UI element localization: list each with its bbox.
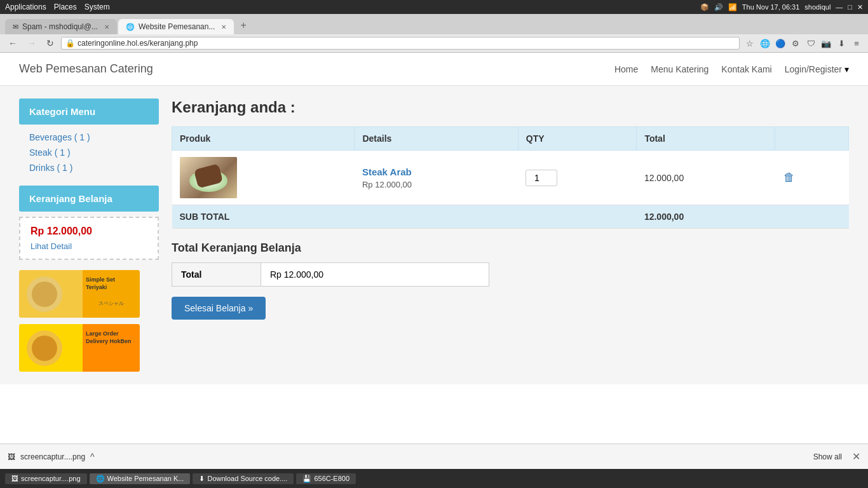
table-row: Steak Arab Rp 12.000,00 12.000,00 🗑 xyxy=(172,151,849,205)
tab-website-close[interactable]: ✕ xyxy=(221,24,226,30)
product-image xyxy=(180,157,237,198)
cart-table: Produk Details QTY Total xyxy=(172,126,849,229)
nav-kontak[interactable]: Kontak Kami xyxy=(721,64,771,74)
cart-summary: Total Keranjang Belanja Total Rp 12.000,… xyxy=(172,241,849,320)
svg-text:Simple Set: Simple Set xyxy=(86,276,115,283)
dropbox-icon: 📦 xyxy=(700,3,709,11)
toolbar-icons: ☆ 🌐 🔵 ⚙ 🛡 📷 ⬇ ≡ xyxy=(743,37,863,50)
network-icon: 📶 xyxy=(728,3,737,11)
sidebar-kategori-title: Kategori Menu xyxy=(19,98,159,125)
download-bar: 🖼 screencaptur....png ^ Show all ✕ xyxy=(0,444,868,469)
subtotal-empty xyxy=(518,205,637,229)
reload-button[interactable]: ↻ xyxy=(43,37,57,50)
site-nav: Home Menu Katering Kontak Kami Login/Reg… xyxy=(614,64,849,74)
col-action xyxy=(775,127,848,151)
tab-gmail[interactable]: ✉ Spam - mshodiqul@... ✕ xyxy=(5,19,117,34)
window-maximize[interactable]: □ xyxy=(848,3,852,11)
delete-button[interactable]: 🗑 xyxy=(782,170,796,186)
ext6-icon[interactable]: ⬇ xyxy=(835,37,848,50)
product-name-link[interactable]: Steak Arab xyxy=(362,166,412,177)
ad-teriyaki: Simple Set Teriyaki スペシャル xyxy=(19,270,140,318)
os-topbar-left: Applications Places System xyxy=(5,3,110,11)
menu-icon[interactable]: ≡ xyxy=(850,37,863,50)
download-arrow-icon[interactable]: ^ xyxy=(90,452,95,462)
product-total: 12.000,00 xyxy=(644,173,684,183)
subtotal-row: SUB TOTAL 12.000,00 xyxy=(172,205,849,229)
product-image-cell xyxy=(172,151,355,205)
cart-detail-link[interactable]: Lihat Detail xyxy=(31,241,72,251)
col-qty: QTY xyxy=(518,127,637,151)
summary-title: Total Keranjang Belanja xyxy=(172,241,849,255)
website-icon: 🌐 xyxy=(126,23,135,31)
ext3-icon[interactable]: ⚙ xyxy=(789,37,802,50)
summary-row: Total Rp 12.000,00 xyxy=(172,263,489,287)
sidebar-link-beverages[interactable]: Beverages ( 1 ) xyxy=(19,130,159,145)
ext4-icon[interactable]: 🛡 xyxy=(804,37,817,50)
ext2-icon[interactable]: 🔵 xyxy=(774,37,787,50)
download-filename: screencaptur....png xyxy=(20,452,85,461)
ext5-icon[interactable]: 📷 xyxy=(820,37,832,50)
sidebar-ads: Simple Set Teriyaki スペシャル Large Order De… xyxy=(19,270,159,372)
window-minimize[interactable]: — xyxy=(836,3,843,11)
product-total-cell: 12.000,00 xyxy=(637,151,775,205)
volume-icon: 🔊 xyxy=(714,3,723,11)
sidebar-cart-box: Rp 12.000,00 Lihat Detail xyxy=(19,217,159,260)
svg-text:スペシャル: スペシャル xyxy=(98,301,124,306)
summary-table: Total Rp 12.000,00 xyxy=(172,262,489,287)
svg-point-5 xyxy=(32,281,57,307)
username: shodiqul xyxy=(804,3,831,11)
sidebar-link-steak[interactable]: Steak ( 1 ) xyxy=(19,145,159,160)
nav-login-dropdown[interactable]: Login/Register ▾ xyxy=(785,64,849,74)
tab-gmail-close[interactable]: ✕ xyxy=(104,24,109,30)
os-places[interactable]: Places xyxy=(54,3,77,11)
summary-total-value: Rp 12.000,00 xyxy=(261,263,489,287)
os-applications[interactable]: Applications xyxy=(5,3,46,11)
address-bar[interactable]: 🔒 cateringonline.hol.es/keranjang.php xyxy=(61,37,740,50)
browser-chrome: ✉ Spam - mshodiqul@... ✕ 🌐 Website Pemes… xyxy=(0,14,868,53)
tab-gmail-label: Spam - mshodiqul@... xyxy=(22,22,98,31)
subtotal-value: 12.000,00 xyxy=(637,205,775,229)
product-qty-cell xyxy=(518,151,637,205)
checkout-button[interactable]: Selesai Belanja » xyxy=(172,297,266,320)
sidebar-cart-title: Keranjang Belanja xyxy=(19,186,159,212)
subtotal-label: SUB TOTAL xyxy=(172,205,519,229)
summary-total-label: Total xyxy=(172,263,261,287)
os-topbar-right: 📦 🔊 📶 Thu Nov 17, 06:31 shodiqul — □ ✕ xyxy=(700,3,863,11)
col-details: Details xyxy=(355,127,518,151)
gmail-icon: ✉ xyxy=(13,23,18,31)
bookmark-icon[interactable]: ☆ xyxy=(743,37,756,50)
product-delete-cell: 🗑 xyxy=(775,151,848,205)
tab-website[interactable]: 🌐 Website Pemesanan... ✕ xyxy=(118,19,234,34)
page-title: Keranjang anda : xyxy=(172,98,849,116)
subtotal-action xyxy=(775,205,848,229)
browser-toolbar: ← → ↻ 🔒 cateringonline.hol.es/keranjang.… xyxy=(0,34,868,52)
back-button[interactable]: ← xyxy=(5,37,20,50)
datetime: Thu Nov 17, 06:31 xyxy=(742,3,800,11)
product-image-inner xyxy=(180,157,237,198)
nav-login[interactable]: Login/Register xyxy=(785,64,842,74)
cart-total-amount: Rp 12.000,00 xyxy=(31,226,147,237)
os-system[interactable]: System xyxy=(85,3,110,11)
window-close[interactable]: ✕ xyxy=(857,3,863,11)
ad-hokben: Large Order Delivery HokBen xyxy=(19,324,140,372)
col-total: Total xyxy=(637,127,775,151)
nav-home[interactable]: Home xyxy=(614,64,638,74)
svg-point-12 xyxy=(32,336,57,361)
show-all-button[interactable]: Show all xyxy=(808,450,847,464)
page: Web Pemesanan Catering Home Menu Katerin… xyxy=(0,53,868,470)
forward-button[interactable]: → xyxy=(24,37,39,50)
new-tab-button[interactable]: + xyxy=(235,17,251,34)
site-header: Web Pemesanan Catering Home Menu Katerin… xyxy=(0,53,868,86)
sidebar-link-drinks[interactable]: Drinks ( 1 ) xyxy=(19,160,159,175)
download-bar-close[interactable]: ✕ xyxy=(852,451,860,463)
main-content: Kategori Menu Beverages ( 1 ) Steak ( 1 … xyxy=(0,86,868,384)
tab-website-label: Website Pemesanan... xyxy=(139,22,215,31)
col-produk: Produk xyxy=(172,127,355,151)
url-input[interactable]: cateringonline.hol.es/keranjang.php xyxy=(78,39,735,48)
ext1-icon[interactable]: 🌐 xyxy=(759,37,771,50)
nav-menu[interactable]: Menu Katering xyxy=(651,64,709,74)
qty-input[interactable] xyxy=(526,170,557,186)
download-file-icon: 🖼 xyxy=(8,452,15,461)
svg-text:Large Order: Large Order xyxy=(86,330,119,337)
svg-text:Teriyaki: Teriyaki xyxy=(86,284,107,290)
